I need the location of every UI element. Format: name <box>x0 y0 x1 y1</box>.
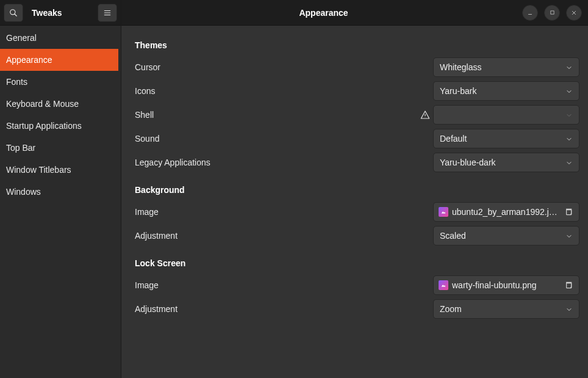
row-icons: Icons Yaru-bark <box>135 79 579 103</box>
lockscreen-image-filename: warty-final-ubuntu.png <box>452 280 558 290</box>
background-adjustment-value: Scaled <box>440 231 565 241</box>
sidebar-item-fonts[interactable]: Fonts <box>0 71 121 93</box>
row-legacy-applications: Legacy Applications Yaru-blue-dark <box>135 150 579 174</box>
sidebar-item-appearance[interactable]: Appearance <box>0 49 118 71</box>
sidebar-item-keyboard-mouse[interactable]: Keyboard & Mouse <box>0 93 121 115</box>
chevron-down-icon <box>565 87 573 95</box>
row-sound: Sound Default <box>135 126 579 150</box>
sidebar-item-window-titlebars[interactable]: Window Titlebars <box>0 159 121 181</box>
main: Appearance Themes Cursor <box>121 0 588 378</box>
chevron-down-icon <box>565 135 573 142</box>
search-button[interactable] <box>4 4 23 22</box>
row-lockscreen-image: Image warty-final-ubuntu.png <box>135 273 579 297</box>
menu-button[interactable] <box>98 4 117 22</box>
label-lockscreen-adjustment: Adjustment <box>135 304 417 314</box>
lockscreen-adjustment-select[interactable]: Zoom <box>433 299 579 319</box>
section-title-themes: Themes <box>135 40 579 50</box>
label-legacy-applications: Legacy Applications <box>135 158 417 167</box>
lockscreen-image-file-button[interactable]: warty-final-ubuntu.png <box>433 275 579 295</box>
shell-warning <box>417 110 433 120</box>
maximize-icon <box>550 10 555 15</box>
chevron-down-icon <box>565 305 573 313</box>
background-adjustment-select[interactable]: Scaled <box>433 226 579 245</box>
sound-select[interactable]: Default <box>433 129 579 148</box>
label-sound: Sound <box>135 134 417 144</box>
chevron-down-icon <box>565 232 573 239</box>
label-shell: Shell <box>135 110 417 120</box>
row-cursor: Cursor Whiteglass <box>135 55 579 79</box>
app-title: Tweaks <box>28 8 93 18</box>
window-controls <box>522 5 584 21</box>
sound-select-value: Default <box>440 134 565 144</box>
search-icon <box>9 9 18 17</box>
label-cursor: Cursor <box>135 62 417 72</box>
close-icon <box>571 10 577 16</box>
sidebar-item-top-bar[interactable]: Top Bar <box>0 137 121 159</box>
legacy-applications-select-value: Yaru-blue-dark <box>440 158 565 167</box>
icons-select-value: Yaru-bark <box>440 86 565 96</box>
shell-select <box>433 105 579 125</box>
legacy-applications-select[interactable]: Yaru-blue-dark <box>433 153 579 172</box>
row-background-adjustment: Adjustment Scaled <box>135 224 579 247</box>
image-icon <box>439 207 448 217</box>
background-image-filename: ubuntu2_by_arman1992.jpg <box>452 207 558 217</box>
warning-icon <box>420 110 430 120</box>
chevron-down-icon <box>565 159 573 166</box>
label-background-adjustment: Adjustment <box>135 231 417 241</box>
row-shell: Shell <box>135 103 579 126</box>
minimize-icon <box>527 10 533 16</box>
section-title-lock-screen: Lock Screen <box>135 258 579 268</box>
sidebar-item-general[interactable]: General <box>0 27 121 49</box>
minimize-button[interactable] <box>522 5 538 21</box>
sidebar-item-windows[interactable]: Windows <box>0 181 121 203</box>
row-lockscreen-adjustment: Adjustment Zoom <box>135 297 579 321</box>
chevron-down-icon <box>565 111 573 118</box>
close-button[interactable] <box>566 5 582 21</box>
content: Themes Cursor Whiteglass Icons Yaru-bark <box>121 26 588 378</box>
maximize-button[interactable] <box>544 5 560 21</box>
icons-select[interactable]: Yaru-bark <box>433 81 579 101</box>
sidebar-header: Tweaks <box>0 0 121 26</box>
label-background-image: Image <box>135 207 417 217</box>
sidebar: Tweaks General Appearance Fonts Keyboard… <box>0 0 121 378</box>
image-icon <box>439 280 448 290</box>
sidebar-item-startup-applications[interactable]: Startup Applications <box>0 115 121 137</box>
label-lockscreen-image: Image <box>135 280 417 290</box>
background-image-file-button[interactable]: ubuntu2_by_arman1992.jpg <box>433 202 579 222</box>
row-background-image: Image ubuntu2_by_arman1992.jpg <box>135 200 579 224</box>
main-header: Appearance <box>121 0 588 26</box>
lockscreen-adjustment-value: Zoom <box>440 304 565 314</box>
svg-rect-6 <box>550 11 553 14</box>
hamburger-icon <box>103 9 112 17</box>
svg-line-1 <box>15 13 17 16</box>
sidebar-list: General Appearance Fonts Keyboard & Mous… <box>0 26 121 203</box>
file-open-icon <box>562 278 575 292</box>
chevron-down-icon <box>565 64 573 71</box>
page-title: Appearance <box>125 8 522 18</box>
cursor-select-value: Whiteglass <box>440 62 565 72</box>
file-open-icon <box>562 205 575 219</box>
label-icons: Icons <box>135 86 417 96</box>
section-title-background: Background <box>135 185 579 195</box>
cursor-select[interactable]: Whiteglass <box>433 57 579 77</box>
